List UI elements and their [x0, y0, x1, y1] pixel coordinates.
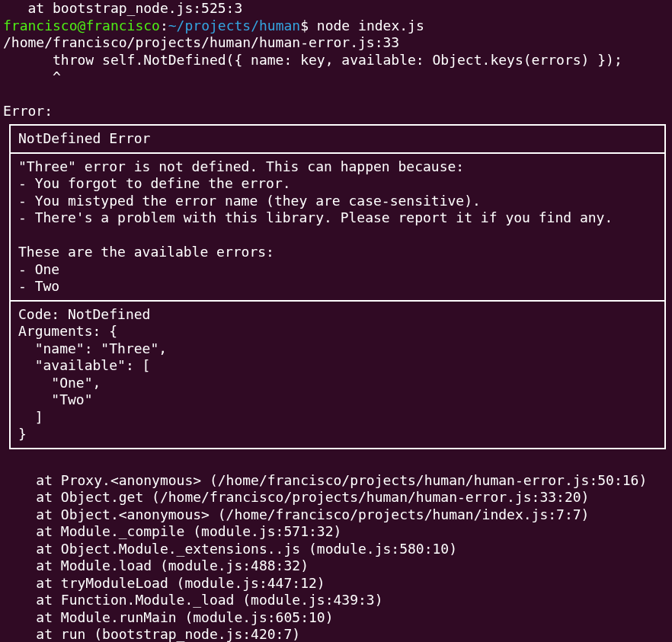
spacer: [0, 86, 672, 103]
stack-line: at tryModuleLoad (module.js:447:12): [0, 575, 672, 592]
error-label: Error:: [0, 103, 672, 120]
prompt-host: francisco: [85, 18, 160, 34]
spacer: [0, 455, 672, 472]
stack-line: at Function.Module._load (module.js:439:…: [0, 592, 672, 609]
error-file-line: /home/francisco/projects/human/human-err…: [0, 34, 672, 52]
error-box: NotDefined Error "Three" error is not de…: [9, 124, 666, 449]
stack-line: at Module.load (module.js:488:32): [0, 557, 672, 575]
stack-line: at run (bootstrap_node.js:420:7): [0, 626, 672, 642]
prompt-colon: :: [160, 18, 168, 34]
prompt-separator: @: [78, 18, 86, 34]
stack-line: at Module.runMain (module.js:605:10): [0, 609, 672, 627]
error-box-body: "Three" error is not defined. This can h…: [11, 152, 664, 300]
stack-line: at Object.<anonymous> (/home/francisco/p…: [0, 506, 672, 524]
error-throw-line: throw self.NotDefined({ name: key, avail…: [0, 52, 672, 69]
command-text: node index.js: [317, 18, 424, 34]
stack-trace: at Proxy.<anonymous> (/home/francisco/pr…: [0, 472, 672, 643]
previous-output-cutoff: at bootstrap_node.js:525:3: [0, 0, 672, 18]
stack-line: at Object.get (/home/francisco/projects/…: [0, 489, 672, 506]
stack-line: at Proxy.<anonymous> (/home/francisco/pr…: [0, 472, 672, 490]
prompt-line[interactable]: francisco@francisco:~/projects/human$ no…: [0, 18, 672, 35]
prompt-command: [309, 18, 317, 34]
error-box-title: NotDefined Error: [11, 126, 664, 152]
prompt-user: francisco: [3, 18, 78, 34]
stack-line: at Object.Module._extensions..js (module…: [0, 541, 672, 558]
error-caret-line: ^: [0, 69, 672, 86]
prompt-dollar: $: [300, 18, 309, 34]
prompt-path: ~/projects/human: [168, 18, 300, 34]
error-box-code: Code: NotDefined Arguments: { "name": "T…: [11, 300, 664, 448]
stack-line: at Module._compile (module.js:571:32): [0, 523, 672, 541]
